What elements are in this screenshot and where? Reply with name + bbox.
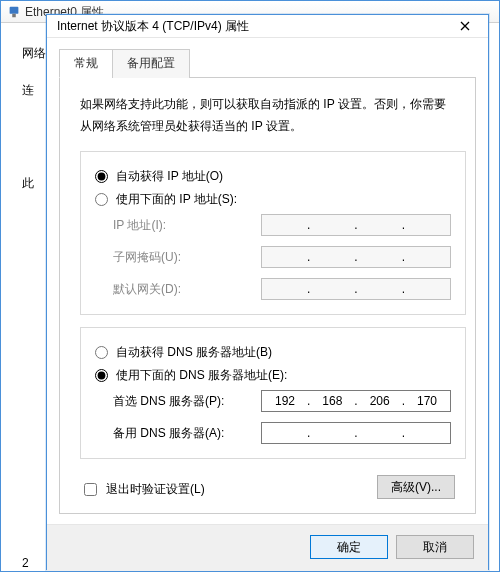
pref-dns-oct4[interactable]	[406, 394, 448, 408]
pref-dns-label: 首选 DNS 服务器(P):	[113, 393, 253, 410]
ip-manual-label: 使用下面的 IP 地址(S):	[116, 191, 237, 208]
close-icon	[460, 21, 470, 31]
ip-manual-radio-row[interactable]: 使用下面的 IP 地址(S):	[95, 191, 451, 208]
tab-alternate[interactable]: 备用配置	[112, 49, 190, 78]
ip-auto-label: 自动获得 IP 地址(O)	[116, 168, 223, 185]
alt-dns-oct1[interactable]	[264, 426, 306, 440]
ip-addr-oct4	[406, 218, 448, 232]
dialog-title: Internet 协议版本 4 (TCP/IPv4) 属性	[57, 18, 448, 35]
bg-text: 2	[22, 556, 29, 570]
pref-dns-oct3[interactable]	[359, 394, 401, 408]
dns-auto-radio-row[interactable]: 自动获得 DNS 服务器地址(B)	[95, 344, 451, 361]
dialog-titlebar: Internet 协议版本 4 (TCP/IPv4) 属性	[47, 15, 488, 38]
gw-oct2	[311, 282, 353, 296]
dialog-footer: 确定 取消	[47, 524, 488, 571]
adapter-icon	[7, 5, 21, 19]
gateway-label: 默认网关(D):	[113, 281, 253, 298]
pref-dns-oct1[interactable]	[264, 394, 306, 408]
gw-oct1	[264, 282, 306, 296]
alt-dns-oct3[interactable]	[359, 426, 401, 440]
ipv4-properties-dialog: Internet 协议版本 4 (TCP/IPv4) 属性 常规 备用配置 如果…	[46, 14, 489, 570]
cancel-button[interactable]: 取消	[396, 535, 474, 559]
gateway-input: . . .	[261, 278, 451, 300]
mask-oct1	[264, 250, 306, 264]
mask-oct3	[359, 250, 401, 264]
dns-auto-label: 自动获得 DNS 服务器地址(B)	[116, 344, 272, 361]
advanced-button[interactable]: 高级(V)...	[377, 475, 455, 499]
svg-rect-0	[10, 6, 19, 13]
dns-manual-label: 使用下面的 DNS 服务器地址(E):	[116, 367, 287, 384]
ip-group: 自动获得 IP 地址(O) 使用下面的 IP 地址(S): IP 地址(I): …	[80, 151, 466, 315]
tab-general[interactable]: 常规	[59, 49, 113, 78]
ip-address-input: . . .	[261, 214, 451, 236]
alt-dns-oct2[interactable]	[311, 426, 353, 440]
ip-auto-radio-row[interactable]: 自动获得 IP 地址(O)	[95, 168, 451, 185]
dns-auto-radio[interactable]	[95, 346, 108, 359]
pref-dns-oct2[interactable]	[311, 394, 353, 408]
ip-manual-radio[interactable]	[95, 193, 108, 206]
pref-dns-input[interactable]: . . .	[261, 390, 451, 412]
svg-rect-1	[12, 13, 16, 17]
validate-checkbox-row[interactable]: 退出时验证设置(L)	[80, 480, 205, 499]
subnet-mask-input: . . .	[261, 246, 451, 268]
alt-dns-input[interactable]: . . .	[261, 422, 451, 444]
gw-oct4	[406, 282, 448, 296]
validate-checkbox[interactable]	[84, 483, 97, 496]
mask-oct4	[406, 250, 448, 264]
description-text: 如果网络支持此功能，则可以获取自动指派的 IP 设置。否则，你需要从网络系统管理…	[80, 94, 455, 137]
bg-text: 连	[22, 82, 34, 99]
dns-manual-radio[interactable]	[95, 369, 108, 382]
ip-addr-oct3	[359, 218, 401, 232]
alt-dns-label: 备用 DNS 服务器(A):	[113, 425, 253, 442]
bg-text: 网络	[22, 45, 46, 62]
alt-dns-oct4[interactable]	[406, 426, 448, 440]
tab-pane-general: 如果网络支持此功能，则可以获取自动指派的 IP 设置。否则，你需要从网络系统管理…	[59, 78, 476, 514]
ip-auto-radio[interactable]	[95, 170, 108, 183]
tab-strip: 常规 备用配置	[59, 48, 476, 78]
ip-addr-oct2	[311, 218, 353, 232]
dns-group: 自动获得 DNS 服务器地址(B) 使用下面的 DNS 服务器地址(E): 首选…	[80, 327, 466, 459]
gw-oct3	[359, 282, 401, 296]
ok-button[interactable]: 确定	[310, 535, 388, 559]
validate-label: 退出时验证设置(L)	[106, 481, 205, 498]
mask-oct2	[311, 250, 353, 264]
dns-manual-radio-row[interactable]: 使用下面的 DNS 服务器地址(E):	[95, 367, 451, 384]
ip-address-label: IP 地址(I):	[113, 217, 253, 234]
subnet-mask-label: 子网掩码(U):	[113, 249, 253, 266]
close-button[interactable]	[448, 15, 482, 37]
ip-addr-oct1	[264, 218, 306, 232]
bg-text: 此	[22, 175, 34, 192]
